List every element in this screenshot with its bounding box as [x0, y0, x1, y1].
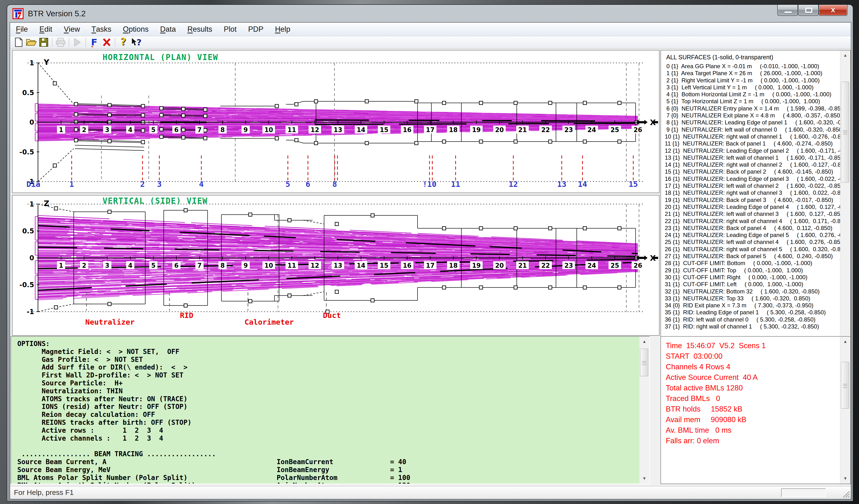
toolbar-separator — [86, 38, 86, 47]
status-scrollbar[interactable]: ▲ ▼ — [840, 337, 850, 484]
svg-text:0: 0 — [30, 119, 34, 126]
scroll-down-icon[interactable]: ▼ — [639, 473, 649, 484]
svg-text:23: 23 — [564, 126, 573, 133]
menu-item-file[interactable]: File — [10, 22, 34, 36]
svg-text:11: 11 — [287, 262, 296, 269]
run-status-text: Time 15:46:07 V5.2 Scens 1 START 03:00:0… — [661, 337, 850, 446]
svg-text:16: 16 — [403, 262, 411, 269]
surfaces-header: ALL SURFACES (1-solid, 0-transparent) — [661, 50, 850, 63]
menu-item-edit[interactable]: Edit — [34, 22, 58, 36]
svg-text:0: 0 — [30, 254, 34, 262]
svg-text:23: 23 — [564, 262, 573, 269]
trace-f-button[interactable]: F — [88, 37, 101, 48]
statusbar: For Help, press F1 — [10, 486, 851, 499]
options-text: OPTIONS: Magnetic Field: < > NOT SET, OF… — [11, 337, 649, 484]
menu-item-results[interactable]: Results — [182, 22, 218, 36]
svg-text:22: 22 — [541, 126, 550, 133]
svg-text:6: 6 — [174, 262, 179, 269]
svg-text:9: 9 — [243, 126, 248, 133]
svg-text:-0.5: -0.5 — [19, 148, 34, 156]
svg-text:2: 2 — [82, 126, 86, 133]
new-file-button[interactable] — [13, 37, 25, 48]
status-scroll-thumb[interactable] — [841, 362, 849, 409]
scroll-up-icon[interactable]: ▲ — [639, 337, 649, 347]
menu-item-view[interactable]: View — [58, 22, 86, 36]
svg-text:Z: Z — [44, 199, 49, 208]
svg-text:RID: RID — [180, 311, 193, 319]
options-scrollbar[interactable]: ▲ ▼ — [639, 337, 649, 484]
run-button — [71, 37, 84, 48]
svg-text:26: 26 — [634, 126, 642, 133]
svg-text:1: 1 — [70, 179, 74, 189]
open-file-button[interactable] — [25, 37, 37, 48]
help-question-button[interactable]: ?? — [117, 37, 130, 48]
svg-text:F: F — [91, 37, 97, 47]
svg-text:21: 21 — [518, 126, 527, 133]
svg-text:!10: !10 — [423, 179, 436, 189]
menu-item-plot[interactable]: Plot — [218, 22, 242, 36]
surfaces-panel: ALL SURFACES (1-solid, 0-transparent) 0 … — [661, 50, 851, 357]
options-log-panel[interactable]: OPTIONS: Magnetic Field: < > NOT SET, OF… — [11, 336, 650, 484]
context-help-button[interactable]: ? — [130, 37, 142, 48]
svg-text:17: 17 — [426, 126, 435, 133]
svg-text:5: 5 — [286, 179, 290, 189]
svg-text:8: 8 — [332, 179, 337, 189]
side-view-plot: 10.50-0.5-1Z1234567891011121314151617181… — [12, 195, 660, 336]
menu-item-options[interactable]: Options — [117, 22, 154, 36]
print-button — [54, 37, 67, 48]
scroll-up-icon[interactable]: ▲ — [840, 337, 850, 347]
svg-text:17: 17 — [426, 262, 435, 269]
svg-text:0.5: 0.5 — [22, 227, 34, 235]
svg-text:12: 12 — [311, 262, 319, 269]
svg-text:3: 3 — [105, 262, 109, 269]
svg-text:20: 20 — [495, 126, 504, 133]
minimize-button[interactable] — [777, 5, 798, 16]
resize-grip[interactable] — [841, 489, 850, 499]
svg-text:HORIZONTAL (PLAN) VIEW: HORIZONTAL (PLAN) VIEW — [103, 52, 218, 62]
svg-text:14: 14 — [357, 262, 365, 269]
svg-text:5: 5 — [151, 126, 155, 133]
svg-text:4: 4 — [199, 179, 204, 189]
scroll-up-icon[interactable]: ▲ — [840, 50, 850, 61]
menu-item-data[interactable]: Data — [154, 22, 182, 36]
run-status-panel: Time 15:46:07 V5.2 Scens 1 START 03:00:0… — [661, 336, 851, 484]
close-button[interactable]: x — [819, 5, 847, 16]
menu-item-tasks[interactable]: Tasks — [86, 22, 117, 36]
svg-text:1: 1 — [59, 126, 63, 133]
svg-text:13: 13 — [557, 179, 567, 189]
surfaces-scrollbar[interactable]: ▲ ▼ — [840, 50, 850, 356]
stop-x-button[interactable] — [101, 37, 113, 48]
scroll-down-icon[interactable]: ▼ — [840, 473, 850, 484]
save-file-button[interactable] — [37, 37, 50, 48]
app-icon — [13, 8, 24, 19]
svg-text:24: 24 — [587, 262, 596, 269]
svg-text:-0.5: -0.5 — [19, 281, 34, 289]
svg-text:7: 7 — [197, 126, 202, 133]
svg-text:13: 13 — [334, 126, 342, 133]
minimize-icon — [784, 12, 792, 13]
svg-text:25: 25 — [611, 262, 619, 269]
titlebar[interactable]: BTR Version 5.2 x — [7, 5, 853, 22]
menu-item-help[interactable]: Help — [269, 22, 296, 36]
svg-text:Dia: Dia — [27, 179, 40, 189]
svg-text:18: 18 — [449, 126, 457, 133]
svg-text:3: 3 — [157, 179, 162, 189]
menu-item-pdp[interactable]: PDP — [242, 22, 269, 36]
svg-text:15: 15 — [380, 262, 388, 269]
svg-text:2: 2 — [82, 262, 86, 269]
svg-text:11: 11 — [451, 179, 460, 189]
svg-text:0.5: 0.5 — [22, 89, 34, 97]
maximize-button[interactable] — [798, 5, 819, 16]
options-scroll-thumb[interactable] — [640, 349, 648, 376]
svg-text:4: 4 — [128, 262, 133, 269]
svg-text:?: ? — [120, 37, 126, 47]
surfaces-list[interactable]: 0 {1} Area GG Plane X = -0.01 m (-0.010,… — [661, 63, 850, 330]
svg-text:-1: -1 — [27, 308, 34, 316]
desktop: BTR Version 5.2 x FileEditViewTasksOptio… — [0, 0, 859, 504]
svg-text:8: 8 — [221, 126, 225, 133]
svg-text:20: 20 — [495, 262, 504, 269]
svg-text:Calorimeter: Calorimeter — [244, 318, 294, 326]
svg-text:14: 14 — [578, 179, 587, 189]
surfaces-scroll-thumb[interactable] — [841, 82, 849, 183]
client-area: FileEditViewTasksOptionsDataResultsPlotP… — [10, 22, 851, 500]
